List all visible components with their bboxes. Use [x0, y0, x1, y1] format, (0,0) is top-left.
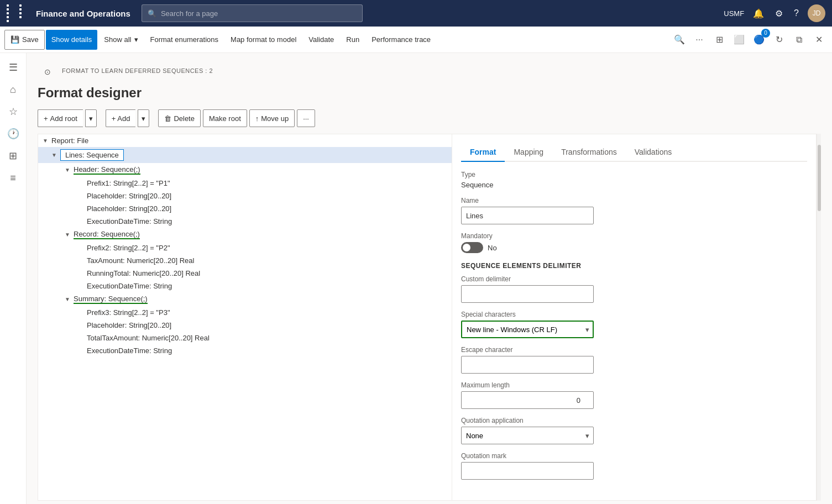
make-root-label: Make root — [209, 114, 241, 123]
tab-mapping[interactable]: Mapping — [505, 143, 552, 162]
map-format-to-model-button[interactable]: Map format to model — [225, 30, 302, 50]
mandatory-label: Mandatory — [461, 232, 807, 240]
add-label: + Add — [112, 114, 130, 123]
tree-item-execution-dt3[interactable]: ExecutionDateTime: String — [38, 344, 452, 357]
avatar-initials: JD — [813, 9, 821, 17]
quotation-application-select-wrapper: None All String only ▾ — [461, 427, 594, 444]
validate-button[interactable]: Validate — [303, 30, 339, 50]
more-options-icon[interactable]: ··· — [690, 31, 708, 49]
mandatory-toggle-label: No — [488, 244, 497, 252]
plugin-icon[interactable]: ⊞ — [710, 31, 728, 49]
tree-item-placeholder2[interactable]: Placeholder: String[20..20] — [38, 202, 452, 215]
mandatory-toggle[interactable] — [461, 242, 483, 253]
show-all-label: Show all — [104, 35, 131, 44]
search-cmd-icon[interactable]: 🔍 — [671, 31, 688, 49]
tree-item-placeholder1[interactable]: Placeholder: String[20..20] — [38, 190, 452, 202]
home-icon[interactable]: ⌂ — [3, 80, 23, 99]
avatar[interactable]: JD — [808, 4, 825, 22]
refresh-icon[interactable]: ↻ — [770, 31, 788, 49]
open-new-window-icon[interactable]: ⧉ — [790, 31, 808, 49]
quotation-mark-input[interactable] — [461, 462, 594, 480]
microsoft-icon[interactable]: ⬜ — [730, 31, 748, 49]
show-all-button[interactable]: Show all ▾ — [98, 30, 143, 50]
tree-item-runningtotal[interactable]: RunningTotal: Numeric[20..20] Real — [38, 267, 452, 280]
tree-item-prefix1[interactable]: Prefix1: String[2..2] = "P1" — [38, 177, 452, 190]
mandatory-field-group: Mandatory No — [461, 232, 807, 253]
add-root-button[interactable]: + Add root — [38, 109, 83, 127]
run-button[interactable]: Run — [341, 30, 365, 50]
tree-item-taxamount[interactable]: TaxAmount: Numeric[20..20] Real — [38, 254, 452, 267]
tree-item-lines-label: Lines: Sequence — [60, 149, 124, 161]
settings-icon[interactable]: ⚙ — [773, 6, 785, 21]
add-root-icon: + — [44, 114, 48, 123]
make-root-button[interactable]: Make root — [203, 109, 247, 127]
vertical-scrollbar[interactable] — [817, 134, 821, 501]
tab-format[interactable]: Format — [461, 143, 505, 162]
section-delimiter-header: SEQUENCE ELEMENTS DELIMITER — [461, 262, 807, 270]
custom-delimiter-input[interactable] — [461, 285, 594, 303]
save-label: Save — [22, 35, 39, 44]
tree-item-execution-dt2[interactable]: ExecutionDateTime: String — [38, 280, 452, 292]
tree-item-header-label: Header: Sequence(;) — [74, 165, 140, 175]
type-value: Sequence — [461, 181, 807, 189]
special-characters-select[interactable]: New line - Windows (CR LF) New line - Un… — [461, 321, 594, 338]
help-icon[interactable]: ? — [792, 6, 801, 20]
tree-item-placeholder1-label: Placeholder: String[20..20] — [87, 192, 171, 200]
tab-validations[interactable]: Validations — [626, 143, 681, 162]
tree-item-prefix1-label: Prefix1: String[2..2] = "P1" — [87, 179, 170, 187]
escape-character-input[interactable] — [461, 356, 594, 374]
recent-icon[interactable]: 🕐 — [3, 124, 23, 144]
format-enumerations-label: Format enumerations — [150, 35, 219, 44]
add-dropdown-button[interactable]: ▾ — [138, 109, 149, 127]
map-format-to-model-label: Map format to model — [231, 35, 296, 44]
cmd-right-actions: 🔍 ··· ⊞ ⬜ 🔵 0 ↻ ⧉ ✕ — [671, 31, 828, 49]
hamburger-menu-icon[interactable]: ☰ — [3, 57, 23, 77]
quotation-application-select[interactable]: None All String only — [461, 427, 594, 444]
filter-icon[interactable]: ⊙ — [38, 62, 57, 82]
breadcrumb: FORMAT TO LEARN DEFERRED SEQUENCES : 2 — [62, 67, 213, 74]
tree-item-prefix3[interactable]: Prefix3: String[2..2] = "P3" — [38, 306, 452, 319]
quotation-application-group: Quotation application None All String on… — [461, 417, 807, 444]
add-button[interactable]: + Add — [106, 109, 136, 127]
more-toolbar-icon[interactable]: ··· — [297, 109, 315, 127]
notifications-icon[interactable]: 🔔 — [751, 6, 766, 21]
move-up-button[interactable]: ↑ Move up — [249, 109, 295, 127]
name-input[interactable] — [461, 207, 594, 224]
performance-trace-button[interactable]: Performance trace — [366, 30, 436, 50]
delete-button[interactable]: 🗑 Delete — [158, 109, 201, 127]
tree-item-placeholder3[interactable]: Placeholder: String[20..20] — [38, 319, 452, 332]
app-grid-icon[interactable] — [7, 4, 30, 22]
type-field-group: Type Sequence — [461, 171, 807, 189]
show-details-button[interactable]: Show details — [46, 30, 98, 50]
list-icon[interactable]: ≡ — [3, 168, 23, 188]
tree-item-execution-dt1[interactable]: ExecutionDateTime: String — [38, 215, 452, 228]
chevron-down-icon: ▼ — [43, 138, 49, 144]
tree-item-totaltaxamount[interactable]: TotalTaxAmount: Numeric[20..20] Real — [38, 332, 452, 344]
tree-item-summary[interactable]: ▼ Summary: Sequence(;) — [38, 292, 452, 306]
maximum-length-input[interactable] — [461, 391, 594, 409]
tree-item-lines[interactable]: ▼ Lines: Sequence — [38, 147, 452, 163]
save-button[interactable]: 💾 Save — [4, 30, 45, 50]
tree-item-execution-dt1-label: ExecutionDateTime: String — [87, 217, 172, 225]
tree-item-record[interactable]: ▼ Record: Sequence(;) — [38, 228, 452, 242]
tree-item-prefix2[interactable]: Prefix2: String[2..2] = "P2" — [38, 242, 452, 254]
favorites-icon[interactable]: ☆ — [3, 102, 23, 122]
format-enumerations-button[interactable]: Format enumerations — [145, 30, 224, 50]
move-up-label: Move up — [261, 114, 289, 123]
move-up-icon: ↑ — [255, 114, 259, 123]
tree-item-header[interactable]: ▼ Header: Sequence(;) — [38, 163, 452, 177]
close-icon[interactable]: ✕ — [810, 31, 828, 49]
right-panel: Format Mapping Transformations Validatio… — [452, 134, 817, 501]
maximum-length-label: Maximum length — [461, 381, 807, 389]
tree-root[interactable]: ▼ Report: File — [38, 134, 452, 147]
global-search[interactable]: 🔍 Search for a page — [142, 4, 363, 22]
tree-item-runningtotal-label: RunningTotal: Numeric[20..20] Real — [87, 269, 200, 277]
tree-item-record-label: Record: Sequence(;) — [74, 230, 140, 239]
workspaces-icon[interactable]: ⊞ — [3, 146, 23, 166]
delete-label: Delete — [174, 114, 195, 123]
tree-root-label: Report: File — [51, 136, 88, 145]
save-icon: 💾 — [11, 35, 19, 44]
tab-transformations[interactable]: Transformations — [552, 143, 626, 162]
top-navbar: Finance and Operations 🔍 Search for a pa… — [0, 0, 832, 27]
add-root-dropdown-button[interactable]: ▾ — [85, 109, 97, 127]
